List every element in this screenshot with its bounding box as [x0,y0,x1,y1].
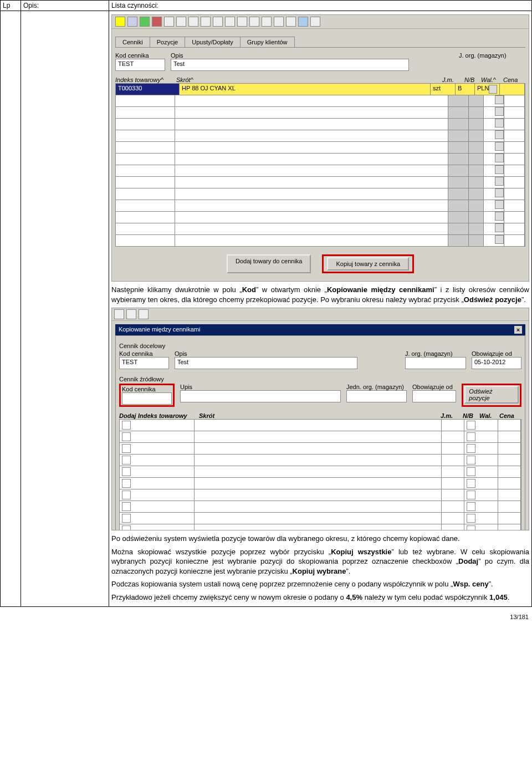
checkbox-dodaj[interactable] [122,444,131,453]
toolbar-icon[interactable] [262,17,272,27]
delete-icon[interactable] [152,17,162,27]
chevron-down-icon[interactable] [495,223,504,232]
col-nb: N/B [463,412,479,419]
field-kod2[interactable] [122,392,172,405]
checkbox-nb[interactable] [467,456,475,464]
col-lp-body [1,11,21,607]
chevron-down-icon[interactable] [495,142,504,151]
table-row[interactable] [119,478,521,489]
table-row[interactable] [115,154,525,165]
chevron-down-icon[interactable] [495,130,504,139]
checkbox-dodaj[interactable] [122,456,131,464]
table-row[interactable] [119,524,521,530]
checkbox-nb[interactable] [467,444,475,453]
chevron-down-icon[interactable] [489,85,497,94]
tab-upusty[interactable]: Upusty/Dopłaty [185,37,241,47]
field-opis: Test [175,357,357,369]
label-opis: Opis [175,350,400,357]
chevron-down-icon[interactable] [495,165,504,174]
table-row[interactable] [115,95,525,107]
table-row[interactable] [119,466,521,478]
table-row[interactable] [119,420,521,431]
checkbox-nb[interactable] [467,514,475,523]
toolbar-icon[interactable] [115,17,125,27]
group-cennik-zrodlowy: Cennik źródłowy [119,376,521,382]
field-opis[interactable]: Test [171,59,409,71]
checkbox-dodaj[interactable] [122,421,131,430]
toolbar-icon[interactable] [274,17,284,27]
chevron-down-icon[interactable] [495,107,504,116]
tab-pozycje[interactable]: Pozycje [150,37,186,47]
instruction-para-5: Przykładowo jeżeli chcemy zwiększyć ceny… [111,593,529,603]
checkbox-nb[interactable] [467,491,475,499]
toolbar-icon[interactable] [139,309,149,319]
table-row[interactable] [115,177,525,188]
table-row-selected[interactable]: T000330 HP 88 OJ CYAN XL szt B PLN [115,83,525,95]
table-row[interactable] [115,119,525,130]
checkbox-nb[interactable] [467,525,475,530]
btn-odswiez-pozycje[interactable]: Odśwież pozycje [464,386,519,404]
table-row[interactable] [119,489,521,501]
checkbox-dodaj[interactable] [122,514,131,523]
table-row[interactable] [115,165,525,177]
toolbar-icon[interactable] [188,17,198,27]
table-row[interactable] [115,235,525,247]
checkbox-nb[interactable] [467,432,475,441]
table-row[interactable] [115,107,525,119]
field-upis[interactable] [180,390,341,402]
table-row[interactable] [115,200,525,212]
table-row[interactable] [119,455,521,466]
toolbar-icon[interactable] [286,17,296,27]
toolbar-icon[interactable] [164,17,174,27]
checkbox-dodaj[interactable] [122,479,131,488]
tab-grupy[interactable]: Grupy klientów [240,37,295,47]
chevron-down-icon[interactable] [495,119,504,127]
chevron-down-icon[interactable] [495,177,504,186]
field-kod-cennika[interactable]: TEST [115,59,165,71]
chevron-down-icon[interactable] [495,154,504,162]
add-icon[interactable] [140,17,150,27]
table-row[interactable] [119,431,521,443]
checkbox-nb[interactable] [467,502,475,511]
field-obow2[interactable] [412,390,456,402]
field-jedn[interactable] [346,390,407,402]
btn-kopiuj-towary[interactable]: Kopiuj towary z cennika [327,257,409,270]
nav-next-icon[interactable] [225,17,235,27]
label-obow2: Obowiązuje od [412,384,456,390]
table-row[interactable] [115,130,525,142]
nav-prev-icon[interactable] [213,17,223,27]
help-icon[interactable] [298,17,308,27]
nav-last-icon[interactable] [237,17,247,27]
checkbox-dodaj[interactable] [122,525,131,530]
btn-dodaj-towary[interactable]: Dodaj towary do cennika [227,254,311,273]
table-row[interactable] [115,212,525,223]
checkbox-dodaj[interactable] [122,432,131,441]
table-row[interactable] [115,142,525,154]
chevron-down-icon[interactable] [495,212,504,221]
checkbox-nb[interactable] [467,421,475,430]
save-icon[interactable] [127,17,137,27]
chevron-down-icon[interactable] [495,188,504,197]
checkbox-nb[interactable] [467,479,475,488]
checkbox-nb[interactable] [467,467,475,476]
chevron-down-icon[interactable] [495,235,504,244]
table-row[interactable] [115,223,525,235]
exit-icon[interactable] [310,17,320,27]
table-row[interactable] [119,501,521,513]
toolbar-icon[interactable] [126,309,136,319]
checkbox-dodaj[interactable] [122,467,131,476]
table-row[interactable] [115,188,525,200]
instruction-para-3: Można skopiować wszystkie pozycje poprze… [111,547,529,576]
toolbar-icon[interactable] [114,309,124,319]
close-icon[interactable]: × [514,326,522,334]
nav-first-icon[interactable] [201,17,211,27]
chevron-down-icon[interactable] [495,200,504,209]
checkbox-dodaj[interactable] [122,491,131,499]
checkbox-dodaj[interactable] [122,502,131,511]
table-row[interactable] [119,513,521,524]
tab-cenniki[interactable]: Cenniki [115,37,150,47]
toolbar-icon[interactable] [176,17,186,27]
toolbar-icon[interactable] [249,17,259,27]
chevron-down-icon[interactable] [495,95,504,104]
table-row[interactable] [119,443,521,455]
